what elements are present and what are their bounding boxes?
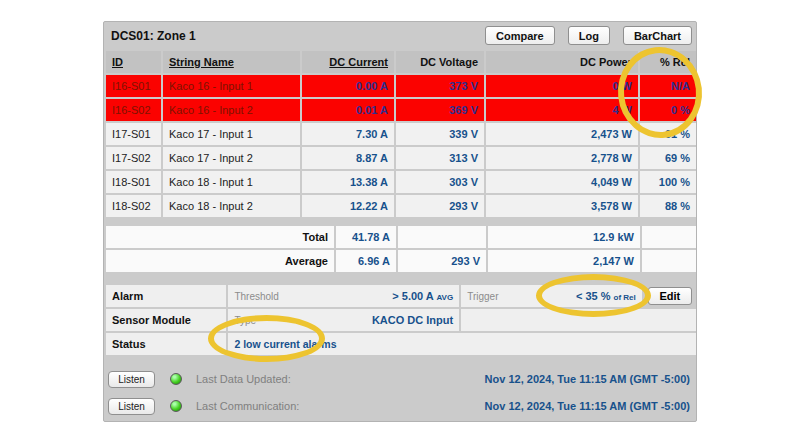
last-communication-row: Listen Last Communication: Nov 12, 2024,… — [108, 394, 690, 418]
table-row: I17-S02 Kaco 17 - Input 2 8.87 A 313 V 2… — [106, 147, 696, 169]
cell-voltage: 373 V — [396, 75, 484, 97]
status-row: Status 2 low current alarms — [106, 333, 696, 355]
table-row: I16-S01 Kaco 16 - Input 1 0.00 A 373 V 0… — [106, 75, 696, 97]
cell-current: 0.00 A — [302, 75, 394, 97]
cell-power: 3,578 W — [486, 195, 638, 217]
cell-voltage: 369 V — [396, 99, 484, 121]
cell-id: I18-S02 — [106, 195, 161, 217]
cell-id: I18-S01 — [106, 171, 161, 193]
page-title: DCS01: Zone 1 — [111, 29, 472, 43]
total-label: Total — [106, 226, 334, 248]
last-data-updated-value: Nov 12, 2024, Tue 11:15 AM (GMT -5:00) — [485, 373, 690, 385]
zone-panel: DCS01: Zone 1 Compare Log BarChart ID St… — [103, 21, 697, 422]
header-id[interactable]: ID — [106, 51, 161, 73]
total-voltage — [398, 226, 486, 248]
table-header-row: ID String Name DC Current DC Voltage DC … — [106, 51, 696, 73]
edit-cell: Edit — [644, 285, 696, 307]
cell-voltage: 303 V — [396, 171, 484, 193]
cell-voltage: 293 V — [396, 195, 484, 217]
threshold-value: > 5.00 A — [392, 290, 433, 302]
average-power: 2,147 W — [488, 250, 640, 272]
total-power: 12.9 kW — [488, 226, 640, 248]
cell-current: 7.30 A — [302, 123, 394, 145]
header-dc-current[interactable]: DC Current — [302, 51, 394, 73]
trigger-label: Trigger — [467, 291, 498, 302]
cell-rel: 61 % — [640, 123, 696, 145]
cell-id: I16-S01 — [106, 75, 161, 97]
alarm-trigger-cell: Trigger < 35 % of Rel — [461, 285, 642, 307]
sensor-type-value: KACO DC Input — [372, 314, 453, 326]
cell-name: Kaco 18 - Input 1 — [163, 171, 300, 193]
status-value-cell: 2 low current alarms — [228, 333, 696, 355]
cell-rel: 88 % — [640, 195, 696, 217]
trigger-value: < 35 % — [576, 290, 611, 302]
cell-id: I17-S02 — [106, 147, 161, 169]
cell-name: Kaco 17 - Input 1 — [163, 123, 300, 145]
total-rel — [642, 226, 696, 248]
cell-power: 2,473 W — [486, 123, 638, 145]
threshold-suffix: AVG — [436, 293, 453, 302]
cell-name: Kaco 16 - Input 2 — [163, 99, 300, 121]
compare-button[interactable]: Compare — [485, 26, 555, 45]
trigger-suffix: of Rel — [614, 293, 636, 302]
edit-button[interactable]: Edit — [648, 287, 692, 305]
alarm-section-label: Alarm — [106, 285, 226, 307]
cell-power: 4,049 W — [486, 171, 638, 193]
listen-button[interactable]: Listen — [108, 371, 155, 388]
cell-current: 13.38 A — [302, 171, 394, 193]
header-rel: % Rel — [640, 51, 696, 73]
alarm-settings-table: Alarm Threshold > 5.00 A AVG Trigger < 3… — [104, 283, 698, 357]
barchart-button[interactable]: BarChart — [623, 26, 692, 45]
header-dc-voltage: DC Voltage — [396, 51, 484, 73]
cell-voltage: 339 V — [396, 123, 484, 145]
cell-rel: 69 % — [640, 147, 696, 169]
cell-rel: N/A — [640, 75, 696, 97]
average-row: Average 6.96 A 293 V 2,147 W — [106, 250, 696, 272]
listen-button[interactable]: Listen — [108, 398, 155, 415]
sensor-module-label: Sensor Module — [106, 309, 226, 331]
cell-name: Kaco 16 - Input 1 — [163, 75, 300, 97]
header-dc-power: DC Power — [486, 51, 638, 73]
cell-voltage: 313 V — [396, 147, 484, 169]
last-data-updated-label: Last Data Updated: — [196, 373, 485, 385]
sensor-type-label: Type — [234, 315, 256, 326]
last-communication-label: Last Communication: — [196, 400, 485, 412]
average-voltage: 293 V — [398, 250, 486, 272]
cell-power: 4 W — [486, 99, 638, 121]
alarm-threshold-cell: Threshold > 5.00 A AVG — [228, 285, 459, 307]
status-alarms-link[interactable]: 2 low current alarms — [234, 338, 336, 350]
header-string-name[interactable]: String Name — [163, 51, 300, 73]
cell-power: 2,778 W — [486, 147, 638, 169]
table-row: I17-S01 Kaco 17 - Input 1 7.30 A 339 V 2… — [106, 123, 696, 145]
table-row: I18-S01 Kaco 18 - Input 1 13.38 A 303 V … — [106, 171, 696, 193]
sensor-type-cell: Type KACO DC Input — [228, 309, 459, 331]
title-bar: DCS01: Zone 1 Compare Log BarChart — [104, 22, 696, 49]
status-label: Status — [106, 333, 226, 355]
last-communication-value: Nov 12, 2024, Tue 11:15 AM (GMT -5:00) — [485, 400, 690, 412]
average-label: Average — [106, 250, 334, 272]
cell-name: Kaco 17 - Input 2 — [163, 147, 300, 169]
status-led-icon — [170, 373, 182, 385]
cell-name: Kaco 18 - Input 2 — [163, 195, 300, 217]
string-table: ID String Name DC Current DC Voltage DC … — [104, 49, 698, 219]
alarm-row: Alarm Threshold > 5.00 A AVG Trigger < 3… — [106, 285, 696, 307]
cell-current: 0.01 A — [302, 99, 394, 121]
cell-current: 12.22 A — [302, 195, 394, 217]
footer: Listen Last Data Updated: Nov 12, 2024, … — [104, 367, 696, 418]
total-row: Total 41.78 A 12.9 kW — [106, 226, 696, 248]
table-row: I18-S02 Kaco 18 - Input 2 12.22 A 293 V … — [106, 195, 696, 217]
table-row: I16-S02 Kaco 16 - Input 2 0.01 A 369 V 4… — [106, 99, 696, 121]
last-data-updated-row: Listen Last Data Updated: Nov 12, 2024, … — [108, 367, 690, 391]
cell-rel: 0 % — [640, 99, 696, 121]
cell-current: 8.87 A — [302, 147, 394, 169]
cell-rel: 100 % — [640, 171, 696, 193]
average-rel — [642, 250, 696, 272]
status-led-icon — [170, 400, 182, 412]
cell-id: I16-S02 — [106, 99, 161, 121]
totals-table: Total 41.78 A 12.9 kW Average 6.96 A 293… — [104, 224, 698, 274]
cell-id: I17-S01 — [106, 123, 161, 145]
log-button[interactable]: Log — [568, 26, 610, 45]
sensor-empty-cell — [461, 309, 696, 331]
total-current: 41.78 A — [336, 226, 396, 248]
average-current: 6.96 A — [336, 250, 396, 272]
